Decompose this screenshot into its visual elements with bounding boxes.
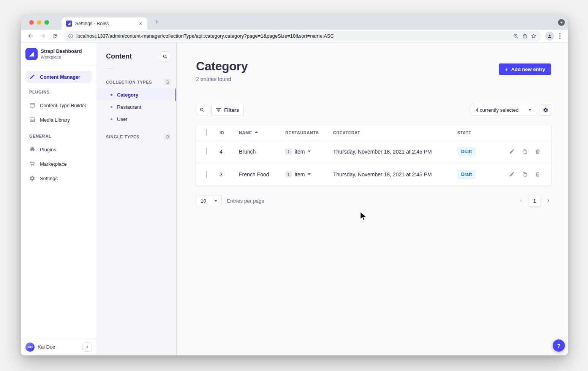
subnav-item-label: Category <box>117 92 138 98</box>
sidebar-item-marketplace[interactable]: Marketplace <box>25 157 92 171</box>
subnav-search-button[interactable] <box>160 51 170 62</box>
column-header-restaurants[interactable]: RESTAURANTS <box>285 130 333 135</box>
sidebar-item-content-type-builder[interactable]: Content-Type Builder <box>25 98 92 113</box>
page-number-button[interactable]: 1 <box>529 195 540 206</box>
sidebar-item-label: Settings <box>40 176 58 181</box>
column-header-createdat[interactable]: CREATEDAT <box>333 130 457 135</box>
subnav-item-restaurant[interactable]: Restaurant <box>97 101 176 113</box>
edit-icon[interactable] <box>509 149 515 154</box>
back-button[interactable] <box>25 31 35 41</box>
strapi-logo-icon <box>25 48 38 60</box>
subnav-title: Content <box>106 52 132 60</box>
page-size-dropdown[interactable]: 10 <box>196 195 222 206</box>
entries-per-page-label: Entries per page <box>227 198 264 204</box>
gear-icon <box>29 175 35 181</box>
desktop: { "browser": { "tab_title": "Settings - … <box>0 0 588 371</box>
tab-title: Settings - Roles <box>75 21 134 26</box>
new-tab-button[interactable]: + <box>153 19 160 26</box>
table-row[interactable]: 4 Brunch 1 item Thursday, November 18, 2… <box>196 140 551 163</box>
single-types-count-badge: 0 <box>164 133 171 140</box>
sidebar-item-plugins[interactable]: Plugins <box>25 142 92 157</box>
sidebar-item-settings[interactable]: Settings <box>25 171 92 186</box>
zoom-window-button[interactable] <box>44 20 49 25</box>
collapse-sidebar-button[interactable] <box>82 342 92 352</box>
displayed-fields-dropdown[interactable]: 4 currently selected <box>471 104 536 116</box>
delete-icon[interactable] <box>535 171 541 177</box>
chevron-down-icon <box>528 109 531 113</box>
content-subnav: Content COLLECTION TYPES 3 Category Rest… <box>97 43 177 355</box>
next-page-button[interactable] <box>545 198 551 204</box>
tab-close-icon[interactable]: × <box>138 21 144 27</box>
cell-restaurants[interactable]: 1 item <box>285 148 333 155</box>
user-avatar[interactable]: KD <box>25 342 35 352</box>
strapi-app: Strapi Dashboard Workplace Content Manag… <box>21 43 568 355</box>
page-title: Category <box>196 59 551 73</box>
share-icon[interactable] <box>522 33 528 39</box>
previous-page-button[interactable] <box>518 198 524 204</box>
sidebar-footer: KD Kai Doe <box>21 338 96 355</box>
column-header-state[interactable]: STATE <box>457 130 504 135</box>
duplicate-icon[interactable] <box>522 171 528 177</box>
sort-asc-icon <box>255 130 258 133</box>
zoom-out-icon[interactable] <box>513 33 519 39</box>
minimize-window-button[interactable] <box>37 20 41 25</box>
bookmark-star-icon[interactable] <box>531 33 537 39</box>
image-icon <box>29 117 35 123</box>
forward-button[interactable] <box>38 31 47 41</box>
cell-restaurants[interactable]: 1 item <box>285 171 333 178</box>
row-checkbox[interactable] <box>206 148 207 155</box>
view-settings-button[interactable] <box>540 104 551 116</box>
bullet-icon <box>111 94 112 96</box>
tab-search-button[interactable] <box>558 19 565 26</box>
row-checkbox[interactable] <box>206 171 207 178</box>
relation-label: item <box>295 149 305 155</box>
sidebar-item-label: Content-Type Builder <box>40 103 86 108</box>
select-all-checkbox[interactable] <box>206 129 207 136</box>
macos-window-controls <box>29 20 49 25</box>
browser-profile-avatar[interactable] <box>545 32 554 41</box>
main-content: Category 2 entries found + Add new entry… <box>177 43 568 355</box>
filters-button[interactable]: Filters <box>211 104 244 116</box>
help-button[interactable]: ? <box>553 339 565 352</box>
address-bar[interactable]: localhost:1337/admin/content-manager/col… <box>63 31 541 41</box>
search-button[interactable] <box>196 104 208 116</box>
relation-count-badge: 1 <box>285 171 292 178</box>
subnav-item-user[interactable]: User <box>97 113 176 125</box>
cell-name: Brunch <box>239 149 285 155</box>
table-row[interactable]: 3 French Food 1 item Thursday, November … <box>196 163 551 186</box>
relation-count-badge: 1 <box>285 148 292 155</box>
column-header-id[interactable]: ID <box>220 130 239 135</box>
sidebar-item-label: Content Manager <box>40 74 80 80</box>
duplicate-icon[interactable] <box>522 149 528 154</box>
sidebar-item-media-library[interactable]: Media Library <box>25 113 92 127</box>
subnav-item-category[interactable]: Category <box>97 89 176 101</box>
general-section-header: GENERAL <box>25 134 92 138</box>
site-info-icon[interactable] <box>68 33 73 39</box>
plus-icon: + <box>505 67 508 72</box>
reload-button[interactable] <box>50 31 60 41</box>
add-new-entry-button[interactable]: + Add new entry <box>499 63 551 75</box>
collection-types-count-badge: 3 <box>164 79 171 85</box>
layout-grid-icon <box>29 102 35 108</box>
browser-menu-icon[interactable] <box>556 33 563 39</box>
subnav-item-label: User <box>117 116 127 122</box>
cart-icon <box>29 161 35 167</box>
main-sidebar: Strapi Dashboard Workplace Content Manag… <box>21 43 97 355</box>
workspace-brand[interactable]: Strapi Dashboard Workplace <box>21 43 96 65</box>
sidebar-item-label: Media Library <box>40 117 70 123</box>
sidebar-item-content-manager[interactable]: Content Manager <box>25 71 92 83</box>
edit-icon[interactable] <box>509 171 515 177</box>
entries-count: 2 entries found <box>196 76 551 82</box>
entries-table: ID NAME RESTAURANTS CREATEDAT STATE 4 Br… <box>196 125 551 186</box>
list-controls: Filters 4 currently selected <box>196 104 551 116</box>
chevron-down-icon <box>308 151 311 154</box>
url-text[interactable]: localhost:1337/admin/content-manager/col… <box>76 33 510 39</box>
cell-id: 4 <box>220 149 239 155</box>
pagination-bar: 10 Entries per page 1 <box>196 195 551 206</box>
browser-tab[interactable]: Settings - Roles × <box>62 17 147 30</box>
delete-icon[interactable] <box>535 149 541 154</box>
close-window-button[interactable] <box>29 20 34 25</box>
column-header-name[interactable]: NAME <box>239 130 285 135</box>
subnav-item-label: Restaurant <box>117 104 141 110</box>
bullet-icon <box>111 118 112 120</box>
